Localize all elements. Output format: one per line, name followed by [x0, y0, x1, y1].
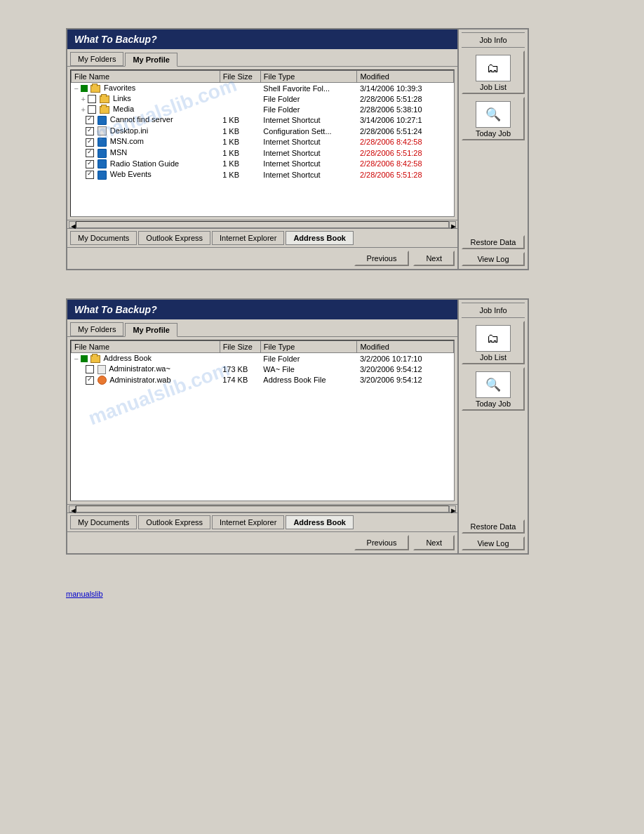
inet-icon	[98, 116, 107, 125]
hscroll-1[interactable]	[76, 221, 449, 228]
view-log-btn-2[interactable]: View Log	[462, 536, 525, 550]
inet-icon	[98, 149, 107, 158]
footer: manualslib	[66, 583, 578, 598]
scroll-left-btn[interactable]: ◄	[69, 221, 76, 228]
inet-icon	[98, 138, 107, 147]
checkbox-icon[interactable]	[86, 149, 94, 157]
checkbox-icon[interactable]	[86, 116, 94, 124]
job-list-icon-inner: 🗂	[487, 61, 499, 76]
job-list-icon-inner-2: 🗂	[487, 331, 499, 346]
job-list-btn-2[interactable]: 🗂 Job List	[462, 321, 525, 364]
config-icon	[98, 126, 107, 135]
tree-expand: +	[81, 95, 86, 103]
tree-line	[81, 365, 83, 373]
green-status-icon	[81, 355, 88, 362]
view-log-label-2: View Log	[477, 539, 509, 548]
prev-button-1[interactable]: Previous	[354, 251, 410, 266]
file-icon	[98, 365, 106, 374]
checkbox-icon[interactable]	[86, 376, 94, 385]
table-row: MSN 1 KB Internet Shortcut 2/28/2006 5:5…	[72, 147, 454, 159]
tree-line	[81, 376, 83, 385]
today-job-label-2: Today Job	[476, 399, 511, 408]
scroll-right-btn-2[interactable]: ►	[449, 505, 456, 512]
job-list-label-2: Job List	[480, 353, 507, 362]
prev-button-2[interactable]: Previous	[354, 535, 410, 550]
tab-my-folders-1[interactable]: My Folders	[70, 52, 123, 66]
panel-1-tab-bar: My Folders My Profile	[67, 49, 457, 67]
table-row: Administrator.wab 174 KB Address Book Fi…	[72, 375, 454, 386]
checkbox-icon[interactable]	[88, 95, 96, 103]
table-row: Web Events 1 KB Internet Shortcut 2/28/2…	[72, 169, 454, 180]
tree-line	[81, 160, 83, 168]
today-job-icon-2: 🔍	[476, 371, 511, 398]
bottom-tab-outlook-1[interactable]: Outlook Express	[138, 231, 210, 245]
table-row: MSN.com 1 KB Internet Shortcut 2/28/2006…	[72, 136, 454, 147]
folder-icon	[100, 95, 109, 103]
table-row: + Links File Folder 2/28/2006 5:51:28	[72, 93, 454, 104]
tree-line	[81, 116, 83, 124]
table-row: Cannot find server 1 KB Internet Shortcu…	[72, 114, 454, 126]
scrollbar-1[interactable]: ◄ ►	[67, 220, 457, 228]
job-list-btn-1[interactable]: 🗂 Job List	[462, 51, 525, 94]
today-job-btn-2[interactable]: 🔍 Today Job	[462, 367, 525, 411]
job-list-icon-2: 🗂	[476, 325, 511, 352]
bottom-tab-outlook-2[interactable]: Outlook Express	[138, 515, 210, 529]
job-list-label-1: Job List	[480, 83, 507, 91]
scrollbar-2[interactable]: ◄ ►	[67, 504, 457, 512]
footer-link[interactable]: manualslib	[66, 590, 103, 598]
restore-data-label-1: Restore Data	[471, 238, 516, 246]
scroll-left-btn-2[interactable]: ◄	[69, 505, 76, 512]
next-button-2[interactable]: Next	[413, 535, 455, 550]
checkbox-icon[interactable]	[86, 127, 94, 135]
tab-my-profile-2[interactable]: My Profile	[125, 323, 177, 337]
table-row: − Favorites Shell Favorite Fol... 3/14/2…	[72, 83, 454, 94]
bottom-tab-address-book-1[interactable]: Address Book	[286, 231, 354, 245]
bottom-tab-ie-1[interactable]: Internet Explorer	[212, 231, 284, 245]
tree-line	[81, 149, 83, 157]
table-row: − Address Book File Folder 3/2/2006 10:1…	[72, 353, 454, 364]
bottom-tab-bar-1: My Documents Outlook Express Internet Ex…	[67, 228, 457, 247]
tree-expand: −	[74, 84, 79, 93]
restore-data-btn-2[interactable]: Restore Data	[462, 519, 525, 534]
table-row: Desktop.ini 1 KB Configuration Sett... 2…	[72, 126, 454, 137]
checkbox-icon[interactable]	[86, 365, 94, 373]
file-table-container-2: manualslib.com File Name File Size File …	[70, 340, 455, 501]
panel-1-title: What To Backup?	[67, 29, 457, 49]
table-row: + Media File Folder 2/28/2006 5:38:10	[72, 104, 454, 114]
nav-bar-2: Previous Next	[67, 531, 457, 553]
checkbox-icon[interactable]	[86, 160, 94, 168]
bottom-tab-bar-2: My Documents Outlook Express Internet Ex…	[67, 512, 457, 531]
hscroll-2[interactable]	[76, 505, 449, 512]
bottom-tab-my-documents-2[interactable]: My Documents	[70, 515, 137, 529]
scroll-right-btn[interactable]: ►	[449, 221, 456, 228]
panel-1: What To Backup? My Folders My Profile ma…	[66, 28, 578, 270]
panel-2-tab-bar: My Folders My Profile	[67, 319, 457, 337]
next-button-1[interactable]: Next	[413, 251, 455, 266]
bottom-tab-ie-2[interactable]: Internet Explorer	[212, 515, 284, 529]
bottom-tab-my-documents-1[interactable]: My Documents	[70, 231, 137, 245]
main-panel-1: What To Backup? My Folders My Profile ma…	[66, 28, 459, 270]
restore-data-btn-1[interactable]: Restore Data	[462, 235, 525, 249]
col-filename-1: File Name	[72, 71, 220, 83]
col-filesize-1: File Size	[220, 71, 260, 83]
inet-icon	[98, 171, 107, 180]
today-job-icon-inner: 🔍	[485, 107, 501, 122]
col-filetype-2: File Type	[260, 341, 357, 353]
tab-my-profile-1[interactable]: My Profile	[125, 53, 177, 67]
bottom-tab-address-book-2[interactable]: Address Book	[286, 515, 354, 529]
folder-icon	[100, 106, 109, 114]
today-job-icon-1: 🔍	[476, 101, 511, 128]
file-table-2: File Name File Size File Type Modified −	[71, 340, 454, 385]
col-modified-2: Modified	[357, 341, 454, 353]
file-table-container-1: manualslib.com File Name File Size File …	[70, 70, 455, 217]
side-panel-1: Job Info 🗂 Job List 🔍 Today Job Restore …	[459, 28, 529, 270]
checkbox-icon[interactable]	[88, 105, 96, 114]
today-job-btn-1[interactable]: 🔍 Today Job	[462, 97, 525, 140]
panel-2-title: What To Backup?	[67, 300, 457, 319]
checkbox-icon[interactable]	[86, 171, 94, 179]
folder-icon	[90, 85, 100, 93]
main-panel-2: What To Backup? My Folders My Profile ma…	[66, 298, 459, 555]
view-log-btn-1[interactable]: View Log	[462, 252, 525, 266]
checkbox-icon[interactable]	[86, 138, 94, 147]
tab-my-folders-2[interactable]: My Folders	[70, 322, 123, 336]
